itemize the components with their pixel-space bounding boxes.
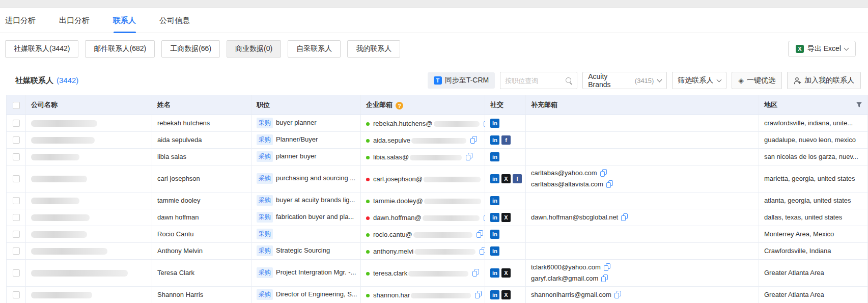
copy-icon[interactable] (604, 263, 610, 271)
row-checkbox[interactable] (13, 136, 20, 144)
linkedin-icon[interactable]: in (490, 174, 499, 183)
contact-name: dawn hoffman (157, 213, 199, 221)
filter-business-registry-button[interactable]: 工商数据(66) (161, 40, 220, 58)
linkedin-icon[interactable]: in (490, 246, 499, 256)
tab-export-analysis[interactable]: 出口分析 (59, 8, 90, 33)
facebook-icon[interactable]: f (501, 135, 511, 145)
filter-self-collected-button[interactable]: 自采联系人 (288, 40, 341, 58)
copy-icon[interactable] (601, 274, 608, 282)
job-title: planner buyer (276, 152, 317, 160)
row-checkbox[interactable] (13, 153, 20, 160)
region-cell: marietta, georgia, united states (759, 165, 868, 192)
region-cell: san nicolas de los garza, nuev... (759, 148, 868, 165)
filter-contacts-dropdown[interactable]: 筛选联系人 (672, 72, 726, 89)
email-redacted (410, 155, 462, 160)
email-status-dot (366, 216, 370, 220)
export-excel-button[interactable]: X 导出 Excel (788, 41, 856, 57)
company-name-cell (26, 192, 152, 209)
copy-icon[interactable] (600, 169, 607, 177)
linkedin-icon[interactable]: in (490, 135, 499, 145)
row-checkbox-cell (7, 165, 26, 192)
email-prefix: tammie.dooley@ (373, 197, 423, 205)
table-row: rebekah hutchens采购buyer plannerrebekah.h… (7, 115, 868, 131)
region: atlanta, georgia, united states (764, 197, 851, 204)
add-person-icon (794, 77, 801, 85)
sync-to-tcrm-button[interactable]: T 同步至T-CRM (428, 72, 495, 89)
row-checkbox[interactable] (13, 231, 20, 238)
job-title-cell: 采购buyer at acuity brands lig... (251, 192, 361, 209)
help-icon[interactable]: ? (396, 102, 403, 109)
copy-icon[interactable] (480, 247, 485, 255)
facebook-icon[interactable]: f (513, 174, 522, 183)
region-cell: crawfordsville, indiana, unite... (759, 115, 868, 131)
email-prefix: libia.salas@ (373, 153, 409, 161)
x-icon[interactable]: X (501, 290, 511, 299)
row-checkbox[interactable] (13, 291, 20, 298)
email-redacted (411, 138, 466, 144)
job-title-cell: 采购planner buyer (251, 148, 361, 165)
extra-email: carltabas@altavista.com (531, 179, 603, 190)
row-checkbox[interactable] (13, 175, 20, 182)
x-icon[interactable]: X (501, 174, 511, 183)
company-email-cell: teresa.clark (361, 259, 485, 286)
linkedin-icon[interactable]: in (490, 152, 499, 161)
copy-icon[interactable] (621, 213, 628, 221)
company-name-redacted (31, 198, 79, 204)
procurement-tag: 采购 (257, 151, 273, 162)
linkedin-icon[interactable]: in (490, 290, 499, 299)
linkedin-icon[interactable]: in (490, 196, 499, 205)
linkedin-icon[interactable]: in (490, 119, 499, 128)
social-cell: in (485, 192, 526, 209)
email-prefix: anthony.melvi (373, 247, 413, 255)
filter-commercial-data-button[interactable]: 商业数据(0) (227, 40, 281, 58)
tab-import-analysis[interactable]: 进口分析 (5, 8, 36, 33)
row-checkbox[interactable] (13, 247, 20, 255)
copy-icon[interactable] (477, 230, 483, 238)
row-checkbox[interactable] (13, 197, 20, 204)
company-name-redacted (31, 270, 128, 277)
copy-icon[interactable] (606, 180, 613, 188)
row-checkbox[interactable] (13, 269, 20, 277)
row-checkbox[interactable] (13, 214, 20, 221)
linkedin-icon[interactable]: in (490, 268, 499, 278)
position-search-input[interactable] (505, 77, 566, 85)
filter-email-contacts-button[interactable]: 邮件联系人(682) (85, 40, 155, 58)
contacts-table: 公司名称 姓名 职位 企业邮箱? 社交 补充邮箱 地区 reb (6, 95, 868, 303)
extra-email: carltabas@yahoo.com (531, 168, 597, 179)
job-title: Planner/Buyer (276, 135, 318, 143)
filter-my-contacts-button[interactable]: 我的联系人 (347, 40, 400, 58)
email-status-dot (366, 178, 370, 181)
email-status-dot (366, 294, 370, 297)
x-icon[interactable]: X (501, 213, 511, 222)
copy-icon[interactable] (466, 153, 472, 160)
region-cell: Greater Atlanta Area (759, 286, 868, 303)
copy-icon[interactable] (614, 291, 621, 298)
tab-company-info[interactable]: 公司信息 (159, 8, 190, 33)
filter-social-contacts-button[interactable]: 社媒联系人(3442) (5, 40, 78, 58)
row-checkbox[interactable] (13, 120, 20, 127)
table-row: dawn hoffman采购fabrication buyer and pla.… (7, 209, 868, 226)
company-select-dropdown[interactable]: Acuity Brands (3415) (582, 72, 667, 89)
copy-icon[interactable] (472, 269, 479, 277)
extra-email-cell (526, 131, 759, 148)
tab-contacts[interactable]: 联系人 (113, 8, 136, 33)
table-row: tammie dooley采购buyer at acuity brands li… (7, 192, 868, 209)
linkedin-icon[interactable]: in (490, 230, 499, 239)
contact-filter-bar: 社媒联系人(3442) 邮件联系人(682) 工商数据(66) 商业数据(0) … (0, 33, 868, 58)
contact-name: Anthony Melvin (157, 247, 203, 255)
x-icon[interactable]: X (501, 268, 511, 278)
select-all-checkbox[interactable] (13, 102, 20, 109)
linkedin-icon[interactable]: in (490, 213, 499, 222)
add-to-my-contacts-button[interactable]: 加入我的联系人 (787, 72, 861, 89)
copy-icon[interactable] (475, 291, 482, 298)
contact-name: aida sepulveda (157, 136, 202, 144)
filter-funnel-icon[interactable] (856, 101, 862, 108)
copy-icon[interactable] (470, 136, 477, 144)
job-title: buyer planner (276, 119, 317, 126)
search-icon[interactable] (566, 77, 572, 84)
one-click-optimize-button[interactable]: ◈ 一键优选 (732, 72, 782, 89)
section-count: (3442) (57, 76, 78, 85)
company-name-cell (26, 131, 152, 148)
email-prefix: shannon.har (373, 291, 410, 299)
email-redacted (424, 199, 481, 204)
